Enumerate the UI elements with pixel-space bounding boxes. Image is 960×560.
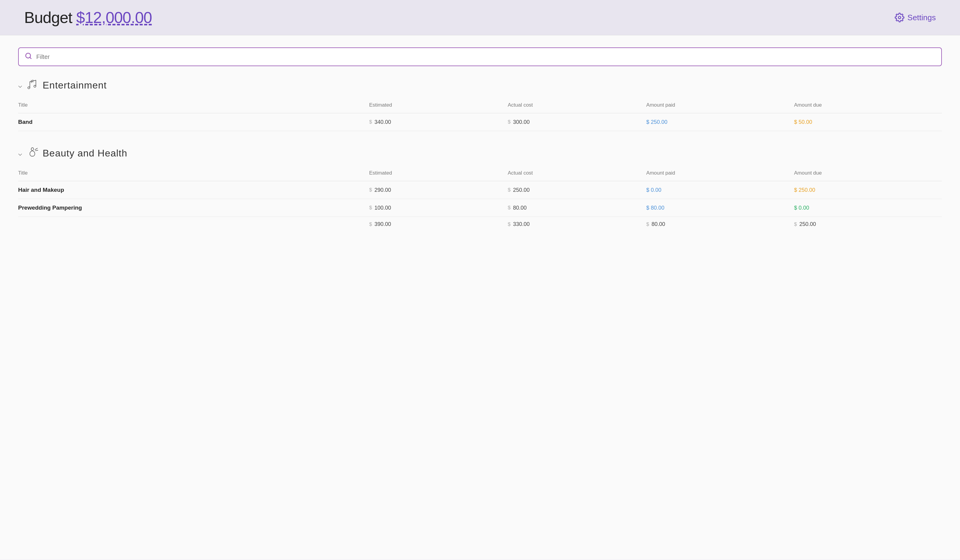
actual-cell: $ 250.00 xyxy=(508,187,646,193)
filter-bar xyxy=(18,48,942,66)
col-paid-header: Amount paid xyxy=(646,168,794,181)
item-title: Band xyxy=(18,119,33,125)
col-due-header: Amount due xyxy=(794,168,942,181)
entertainment-table: Title Estimated Actual cost Amount paid … xyxy=(18,100,942,131)
svg-point-0 xyxy=(898,16,901,19)
beauty-health-section: ⌵ Beauty and Health Title Estimated Actu… xyxy=(18,146,942,233)
col-paid-header: Amount paid xyxy=(646,100,794,113)
estimated-value: 340.00 xyxy=(374,119,391,125)
paid-value: $ 250.00 xyxy=(646,119,667,125)
summary-row: $ 390.00 $ 330.00 $ 80.00 xyxy=(18,217,942,233)
page-title: Budget $12,000.00 xyxy=(24,8,152,27)
table-row: Prewedding Pampering $ 100.00 $ 80.00 xyxy=(18,199,942,217)
summary-actual: $ 330.00 xyxy=(508,221,646,227)
entertainment-label: Entertainment xyxy=(43,80,107,91)
filter-input[interactable] xyxy=(36,53,935,61)
settings-label: Settings xyxy=(907,13,936,22)
due-value: $ 0.00 xyxy=(794,205,809,211)
due-value: $ 50.00 xyxy=(794,119,812,125)
estimated-cell: $ 290.00 xyxy=(369,187,507,193)
estimated-cell: $ 340.00 xyxy=(369,119,507,125)
col-estimated-header: Estimated xyxy=(369,100,507,113)
svg-line-10 xyxy=(35,150,38,151)
summary-paid: $ 80.00 xyxy=(646,221,794,227)
search-icon xyxy=(25,52,32,61)
item-title: Prewedding Pampering xyxy=(18,204,82,211)
col-title-header: Title xyxy=(18,100,369,113)
entertainment-section: ⌵ Entertainment Title Estimated xyxy=(18,78,942,131)
summary-estimated: $ 390.00 xyxy=(369,221,507,227)
estimated-value: 290.00 xyxy=(374,187,391,193)
paid-value: $ 80.00 xyxy=(646,205,664,211)
music-icon xyxy=(26,78,38,93)
page-header: Budget $12,000.00 Settings xyxy=(0,0,960,35)
col-actual-header: Actual cost xyxy=(508,100,646,113)
beauty-health-label: Beauty and Health xyxy=(43,148,127,159)
svg-point-4 xyxy=(34,85,36,87)
due-value: $ 250.00 xyxy=(794,187,815,193)
chevron-down-icon[interactable]: ⌵ xyxy=(18,150,22,157)
summary-due: $ 250.00 xyxy=(794,221,942,227)
beauty-icon xyxy=(26,146,38,160)
col-estimated-header: Estimated xyxy=(369,168,507,181)
actual-value: 250.00 xyxy=(513,187,530,193)
budget-amount[interactable]: $12,000.00 xyxy=(76,9,152,26)
svg-point-3 xyxy=(28,87,30,89)
estimated-cell: $ 100.00 xyxy=(369,205,507,211)
col-actual-header: Actual cost xyxy=(508,168,646,181)
table-row: Band $ 340.00 $ 300.00 $ xyxy=(18,113,942,131)
main-content: ⌵ Entertainment Title Estimated xyxy=(0,35,960,559)
table-row: Hair and Makeup $ 290.00 $ 250.00 xyxy=(18,181,942,199)
item-title: Hair and Makeup xyxy=(18,187,64,193)
actual-cell: $ 300.00 xyxy=(508,119,646,125)
actual-cell: $ 80.00 xyxy=(508,205,646,211)
title-prefix: Budget xyxy=(24,9,72,26)
actual-value: 80.00 xyxy=(513,205,526,211)
gear-icon xyxy=(895,13,904,22)
beauty-health-table: Title Estimated Actual cost Amount paid … xyxy=(18,168,942,233)
beauty-health-header: ⌵ Beauty and Health xyxy=(18,146,942,160)
svg-line-2 xyxy=(30,57,31,59)
paid-value: $ 0.00 xyxy=(646,187,661,193)
actual-value: 300.00 xyxy=(513,119,530,125)
svg-line-9 xyxy=(35,148,37,150)
col-title-header: Title xyxy=(18,168,369,181)
estimated-value: 100.00 xyxy=(374,205,391,211)
col-due-header: Amount due xyxy=(794,100,942,113)
entertainment-header: ⌵ Entertainment xyxy=(18,78,942,93)
settings-button[interactable]: Settings xyxy=(895,13,936,22)
chevron-down-icon[interactable]: ⌵ xyxy=(18,81,22,89)
